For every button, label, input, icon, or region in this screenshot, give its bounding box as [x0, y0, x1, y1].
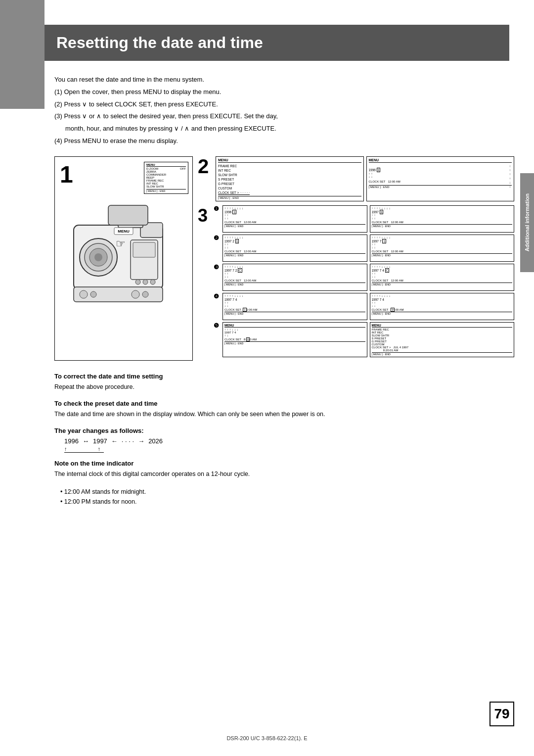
svg-text:☞: ☞ — [116, 237, 126, 250]
svg-point-12 — [80, 290, 88, 298]
step2-screens: MENU FRAME REC INT REC SLOW SHTR S PRESE… — [216, 156, 514, 202]
intro-line0: You can reset the date and time in the m… — [54, 75, 514, 85]
svg-rect-7 — [108, 205, 148, 225]
substep3-row: ❸ ↑↑↑↑ ↓↓↓↓ 1997 7 2 C ↑↑ ↓↓ — [214, 264, 514, 291]
note-title: Note on the time indicator — [54, 460, 514, 467]
svg-point-15 — [142, 291, 148, 297]
check-text: The date and time are shown in the displ… — [54, 409, 514, 419]
step3-number: 3 — [198, 205, 212, 226]
step3-header: 3 ❶ ↑↑↑↑ ↓↓↓↓ 1996 1 — [198, 205, 514, 357]
substep4-num: ❹ — [214, 293, 221, 300]
step2-row: 2 MENU FRAME REC INT REC SLOW SHTR S PRE… — [198, 156, 514, 202]
substep2-num: ❷ — [214, 235, 221, 241]
substep3-screen1: ↑↑↑↑ ↓↓↓↓ 1997 7 2 C ↑↑ ↓↓ CLOCK SET 12:… — [222, 264, 367, 291]
substep3-screens: ↑↑↑↑ ↓↓↓↓ 1997 7 2 C ↑↑ ↓↓ CLOCK SET 12:… — [222, 264, 514, 291]
svg-rect-17 — [133, 242, 155, 257]
diagram-area: 1 MENU D.ZOOMOFF ZEBRA COMMANDER BEEP FR… — [54, 156, 514, 361]
page-title: Resetting the date and time — [56, 34, 497, 52]
double-arrow-icon: ↔ — [83, 437, 89, 445]
svg-point-14 — [132, 290, 139, 298]
ellipsis: · · · · — [122, 437, 134, 445]
svg-point-20 — [150, 280, 155, 284]
note-section: Note on the time indicator The internal … — [54, 460, 514, 507]
svg-point-4 — [94, 253, 102, 261]
right-arrow-icon: → — [138, 437, 144, 445]
intro-step1: (1) Open the cover, then press MENU to d… — [54, 87, 514, 97]
year-start: 1996 — [64, 437, 79, 445]
substep1-screens: ↑↑↑↑ ↓↓↓↓ 1996 1 ↑↑ ↓↓ CLOCK SET 12:00 A… — [222, 205, 514, 233]
step2-screen2: MENU ↑↑↑ ↓↓↓ 1996 1 ↑↑ — [366, 156, 515, 202]
bottom-section: To correct the date and time setting Rep… — [54, 373, 514, 507]
substep1-row: ❶ ↑↑↑↑ ↓↓↓↓ 1996 1 ↑↑ ↓↓ — [214, 205, 514, 233]
substep2-screens: ↑↑↑↑ ↓↓↓↓ 1997 2 1 ↑↑ ↓↓ CLOCK SET 12:00… — [222, 235, 514, 262]
intro-step2: (2) Press ∨ to select CLOCK SET, then pr… — [54, 99, 514, 110]
camera-illustration: MENU D.ZOOMOFF ZEBRA COMMANDER BEEP FRAM… — [59, 176, 188, 346]
left-arrow-icon: ← — [111, 437, 118, 445]
page-number: 79 — [490, 702, 514, 726]
substep5-screen2: MENU FRAME REC INT REC SLOW SHTR S PRESE… — [370, 322, 515, 357]
note-text: The internal clock of this digital camco… — [54, 469, 514, 479]
check-title: To check the preset date and time — [54, 400, 514, 407]
bullet1: • 12:00 AM stands for midnight. — [60, 487, 514, 497]
svg-point-18 — [135, 280, 140, 284]
intro-step4: (4) Press MENU to erase the menu display… — [54, 136, 514, 146]
substep3-num: ❸ — [214, 264, 221, 271]
correct-title: To correct the date and time setting — [54, 373, 514, 380]
right-sidebar: Additional information — [520, 173, 534, 272]
substep2-screen2: ↑↑↑↑ ↓↓↓↓ 1997 7 1 ↑↑ ↓↓ CLOCK SET 12:00… — [370, 235, 515, 262]
left-decorative-bar — [0, 0, 44, 109]
svg-text:MENU: MENU — [118, 229, 130, 234]
substep2-row: ❷ ↑↑↑↑ ↓↓↓↓ 1997 2 1 ↑↑ ↓↓ — [214, 235, 514, 262]
substep5-screens: MENU ↑↑↑ ↓↓↓ 1997 7 4 ↑↓ CLOCK SET 8:00 … — [222, 322, 514, 357]
correct-section: To correct the date and time setting Rep… — [54, 373, 514, 392]
substep1-screen2: ↑↑↑↑ ↓↓↓↓ 1997 1 ↑↑ ↓↓ CLOCK SET 12:00 A… — [370, 205, 515, 233]
substep5-row: ❺ MENU ↑↑↑ ↓↓↓ 1997 7 4 ↑↓ — [214, 322, 514, 357]
year-diagram: 1996 ↔ 1997 ← · · · · → 2026 ↑ ↑ — [64, 437, 514, 453]
substep3-screen2: ↑↑↑↑ ↓↓↓↓ 1997 7 4 C ↑↑ ↓↓ CLOCK SET 12:… — [370, 264, 515, 291]
year-section: The year changes as follows: 1996 ↔ 1997… — [54, 427, 514, 453]
intro-step3b: month, hour, and minutes by pressing ∨ /… — [65, 124, 514, 134]
substep5-num: ❺ — [214, 322, 221, 329]
correct-text: Repeat the above procedure. — [54, 382, 514, 392]
substep1-num: ❶ — [214, 205, 221, 212]
bullet2: • 12:00 PM stands for noon. — [60, 497, 514, 507]
right-diagrams: 2 MENU FRAME REC INT REC SLOW SHTR S PRE… — [198, 156, 514, 361]
page-title-section: Resetting the date and time — [44, 25, 509, 61]
substep4-screens: ↑↑↑↑ ↓↓↓↓ 1997 7 4 ↑↑ ↓↓ CLOCK SET 12:00… — [222, 293, 514, 320]
substep4-screen1: ↑↑↑↑ ↓↓↓↓ 1997 7 4 ↑↑ ↓↓ CLOCK SET 12:00… — [222, 293, 367, 320]
step2-screen1: MENU FRAME REC INT REC SLOW SHTR S PRESE… — [216, 156, 364, 202]
step3-section: 3 ❶ ↑↑↑↑ ↓↓↓↓ 1996 1 — [198, 205, 514, 359]
check-section: To check the preset date and time The da… — [54, 400, 514, 419]
intro-text: You can reset the date and time in the m… — [54, 75, 514, 146]
substep1-screen1: ↑↑↑↑ ↓↓↓↓ 1996 1 ↑↑ ↓↓ CLOCK SET 12:00 A… — [222, 205, 367, 233]
year-title: The year changes as follows: — [54, 427, 514, 434]
substep4-screen2: ↑↑↑↑ ↓↓↓↓ 1997 7 4 ↑↑ ↓↓ CLOCK SET 9:00 … — [370, 293, 515, 320]
sub-steps: ❶ ↑↑↑↑ ↓↓↓↓ 1996 1 ↑↑ ↓↓ — [214, 205, 514, 357]
intro-step3: (3) Press ∨ or ∧ to select the desired y… — [54, 111, 514, 122]
step2-number: 2 — [198, 156, 213, 202]
footer-model: DSR-200 U/C 3-858-622-22(1). E — [0, 735, 534, 741]
year-end: 2026 — [148, 437, 163, 445]
svg-point-13 — [90, 291, 96, 297]
sidebar-label: Additional information — [524, 193, 530, 251]
year-mid: 1997 — [93, 437, 107, 445]
substep4-row: ❹ ↑↑↑↑ ↓↓↓↓ 1997 7 4 ↑↑ ↓↓ — [214, 293, 514, 320]
substep2-screen1: ↑↑↑↑ ↓↓↓↓ 1997 2 1 ↑↑ ↓↓ CLOCK SET 12:00… — [222, 235, 367, 262]
substep5-screen1: MENU ↑↑↑ ↓↓↓ 1997 7 4 ↑↓ CLOCK SET 8:00 … — [222, 322, 367, 357]
svg-point-19 — [143, 280, 148, 284]
camera-diagram-box: 1 MENU D.ZOOMOFF ZEBRA COMMANDER BEEP FR… — [54, 156, 193, 361]
step1-number: 1 — [60, 161, 73, 188]
